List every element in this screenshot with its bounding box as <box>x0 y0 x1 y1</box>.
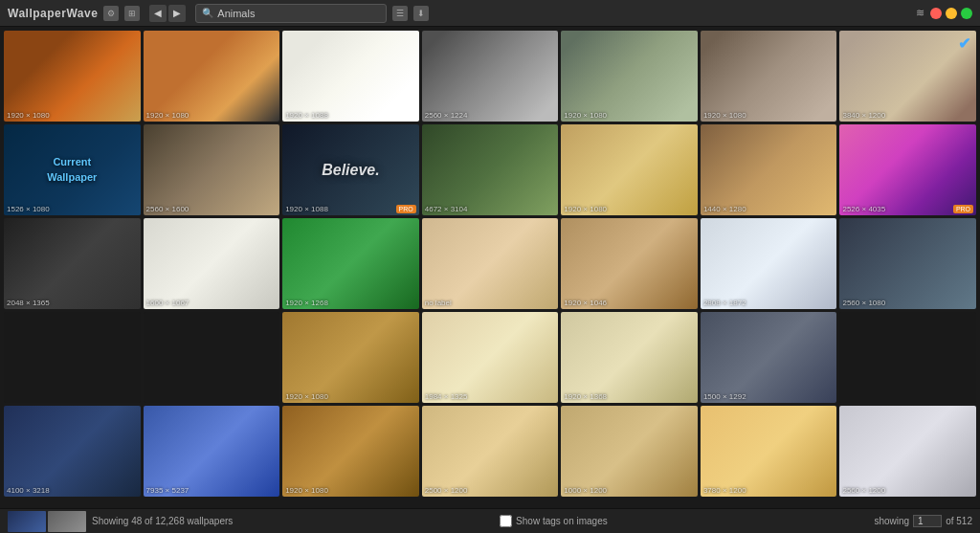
wallpaper-thumb[interactable]: 1920 × 1088 <box>282 31 419 122</box>
wallpaper-thumb[interactable]: 1920 × 1080 <box>282 312 419 403</box>
showing-text: Showing 48 of 12,268 wallpapers <box>92 516 233 526</box>
pro-badge: PRO <box>396 205 416 213</box>
wallpaper-thumb[interactable]: 1920 × 1080 <box>144 31 280 122</box>
wallpaper-thumb[interactable]: 4100 × 3218 <box>4 406 141 497</box>
wallpaper-thumb[interactable]: 2560 × 1080 <box>839 218 976 309</box>
wallpaper-thumb[interactable]: PRO 2526 × 4035 <box>839 124 976 215</box>
settings-icon[interactable]: ⚙ <box>103 6 119 21</box>
thumb-size-label: 1920 × 1080 <box>564 111 607 120</box>
show-tags-checkbox[interactable] <box>500 515 512 527</box>
thumb-size-label: 1440 × 1280 <box>703 205 746 213</box>
wallpaper-thumb[interactable]: 1920 × 1080 <box>561 124 698 215</box>
wifi-icon: ≋ <box>916 7 924 19</box>
close-button[interactable] <box>930 8 942 19</box>
thumb-size-label: 1600 × 1067 <box>146 299 189 307</box>
current-wallpaper-thumb[interactable]: CurrentWallpaper 1526 × 1080 <box>4 124 141 215</box>
wallpaper-thumb[interactable]: 2808 × 1872 <box>701 218 837 309</box>
thumb-size-label: 1920 × 1080 <box>146 111 189 120</box>
thumb-size-label: 7935 × 5237 <box>146 486 189 495</box>
grid-view-icon[interactable]: ⊞ <box>124 6 140 21</box>
wallpaper-thumb-empty <box>4 312 141 403</box>
wallpaper-thumb[interactable]: 1920 × 1080 <box>701 31 837 122</box>
bottom-thumb-item[interactable] <box>48 511 86 532</box>
wallpaper-thumb[interactable]: 1920 × 1080 <box>4 31 141 122</box>
search-bar[interactable]: 🔍 <box>195 4 387 23</box>
showing-label: showing <box>874 516 909 526</box>
thumb-size-label: 1920 × 1080 <box>285 486 328 495</box>
page-number-input[interactable] <box>913 515 942 527</box>
thumb-size-label: 1984 × 1325 <box>425 392 468 401</box>
wallpaper-thumb[interactable]: no label <box>422 218 559 309</box>
wallpaper-thumb[interactable]: 1500 × 1292 <box>701 312 837 403</box>
wallpaper-thumb[interactable]: 7935 × 5237 <box>144 406 280 497</box>
wallpaper-thumb[interactable]: 3780 × 1200 <box>701 406 837 497</box>
wallpaper-thumb-empty <box>144 312 280 403</box>
wallpaper-thumb[interactable]: 4672 × 3104 <box>422 124 559 215</box>
wallpaper-thumb[interactable]: 2048 × 1365 <box>4 218 141 309</box>
wallpaper-thumb[interactable]: 1984 × 1325 <box>422 312 559 403</box>
thumb-size-label: 1500 × 1292 <box>703 392 746 401</box>
page-info: showing of 512 <box>874 515 972 527</box>
bottom-thumb-item[interactable] <box>8 511 46 532</box>
thumb-size-label: 1920 × 1088 <box>285 111 328 120</box>
show-tags-area[interactable]: Show tags on images <box>500 515 608 527</box>
wallpaper-thumb[interactable]: 2560 × 1224 <box>422 31 559 122</box>
minimize-button[interactable] <box>946 8 957 19</box>
grid-row: 2048 × 1365 1600 × 1067 1920 × 1268 no l… <box>4 218 976 309</box>
thumb-size-label: 1920 × 1080 <box>703 111 746 120</box>
thumb-size-label: 1920 × 1268 <box>285 299 328 307</box>
wallpaper-thumb[interactable]: 1440 × 1280 <box>701 124 837 215</box>
thumb-size-label: 3780 × 1200 <box>703 486 746 495</box>
of-pages-text: of 512 <box>946 516 972 526</box>
wallpaper-grid[interactable]: 1920 × 1080 1920 × 1080 1920 × 1088 2560… <box>0 27 980 508</box>
main-content: 1920 × 1080 1920 × 1080 1920 × 1088 2560… <box>0 27 980 533</box>
thumb-size-label: 2500 × 1200 <box>425 486 468 495</box>
search-input[interactable] <box>217 8 380 19</box>
wallpaper-thumb[interactable]: 1000 × 1200 <box>561 406 698 497</box>
app-logo: WallpaperWave <box>8 7 98 20</box>
grid-row: 1920 × 1080 1920 × 1080 1920 × 1088 2560… <box>4 31 976 122</box>
bottombar: Showing 48 of 12,268 wallpapers Show tag… <box>0 508 980 533</box>
thumb-size-label: 1920 × 1046 <box>564 299 607 307</box>
topbar: WallpaperWave ⚙ ⊞ ◀ ▶ 🔍 ☰ ⬇ ≋ <box>0 0 980 27</box>
wallpaper-thumb[interactable]: 2500 × 1200 <box>422 406 559 497</box>
thumb-size-label: 3840 × 1200 <box>842 111 885 120</box>
grid-row: 1920 × 1080 1984 × 1325 1920 × 1368 1500… <box>4 312 976 403</box>
thumb-size-label: 2526 × 4035 <box>842 205 885 213</box>
download-icon[interactable]: ⬇ <box>413 6 429 21</box>
thumb-size-label: 4100 × 3218 <box>7 486 50 495</box>
thumb-size-label: 1920 × 1368 <box>564 392 607 401</box>
current-wallpaper-overlay: CurrentWallpaper <box>4 124 141 215</box>
thumb-size-label: 1920 × 1080 <box>564 205 607 213</box>
thumb-size-label: 2560 × 1224 <box>425 111 468 120</box>
show-tags-label: Show tags on images <box>516 516 608 526</box>
thumb-size-label: 1920 × 1080 <box>285 392 328 401</box>
maximize-button[interactable] <box>961 8 972 19</box>
thumb-size-label: 2048 × 1365 <box>7 299 50 307</box>
bottom-thumb-strip <box>8 511 86 532</box>
wallpaper-thumb[interactable]: 1920 × 1080 <box>282 406 419 497</box>
thumb-size-label: 2560 × 1200 <box>842 486 885 495</box>
pro-badge: PRO <box>953 205 973 213</box>
current-wallpaper-label: CurrentWallpaper <box>47 155 97 185</box>
wallpaper-thumb[interactable]: 1600 × 1067 <box>144 218 280 309</box>
wallpaper-thumb[interactable]: Believe. PRO 1920 × 1088 <box>282 124 419 215</box>
wallpaper-thumb[interactable]: 1920 × 1080 <box>561 31 698 122</box>
checkmark-icon: ✔ <box>958 34 970 53</box>
thumb-size-label: no label <box>425 299 452 307</box>
grid-row: 4100 × 3218 7935 × 5237 1920 × 1080 2500… <box>4 406 976 497</box>
list-view-icon[interactable]: ☰ <box>392 6 408 21</box>
wallpaper-thumb[interactable]: 3840 × 1200 ✔ <box>839 31 976 122</box>
wallpaper-thumb[interactable]: 1920 × 1268 <box>282 218 419 309</box>
wallpaper-thumb[interactable]: 2560 × 1200 <box>839 406 976 497</box>
thumb-size-label: 4672 × 3104 <box>425 205 468 213</box>
search-icon: 🔍 <box>202 8 213 18</box>
traffic-lights <box>930 8 972 19</box>
thumb-size-label: 2808 × 1872 <box>703 299 746 307</box>
next-arrow-button[interactable]: ▶ <box>168 5 186 22</box>
wallpaper-thumb[interactable]: 2560 × 1600 <box>144 124 280 215</box>
thumb-size-label: 2560 × 1080 <box>842 299 885 307</box>
wallpaper-thumb[interactable]: 1920 × 1368 <box>561 312 698 403</box>
prev-arrow-button[interactable]: ◀ <box>149 5 167 22</box>
wallpaper-thumb[interactable]: 1920 × 1046 <box>561 218 698 309</box>
